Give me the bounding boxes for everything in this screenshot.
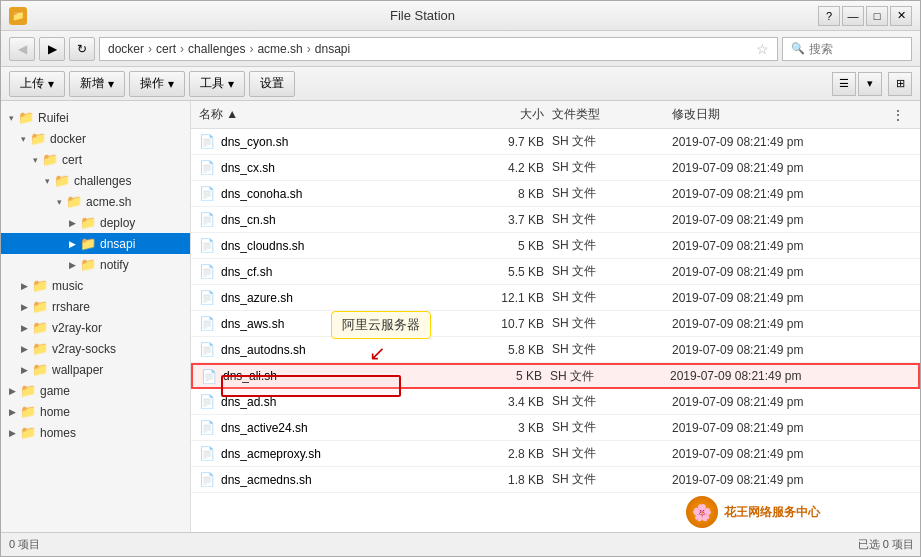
back-button[interactable]: ◀	[9, 37, 35, 61]
operate-button[interactable]: 操作 ▾	[129, 71, 185, 97]
file-type: SH 文件	[552, 341, 672, 358]
sidebar-label-notify: notify	[100, 258, 129, 272]
help-button[interactable]: ?	[818, 6, 840, 26]
sidebar-item-home[interactable]: ▶ 📁 home	[1, 401, 190, 422]
minimize-button[interactable]: —	[842, 6, 864, 26]
expand-icon: ▶	[9, 428, 16, 438]
address-part-cert: cert	[156, 42, 176, 56]
table-row[interactable]: 📄 dns_cn.sh 3.7 KB SH 文件 2019-07-09 08:2…	[191, 207, 920, 233]
settings-button[interactable]: 设置	[249, 71, 295, 97]
file-date: 2019-07-09 08:21:49 pm	[672, 161, 892, 175]
sidebar-label-deploy: deploy	[100, 216, 135, 230]
expand-icon: ▾	[57, 197, 62, 207]
table-row[interactable]: 📄 dns_acmedns.sh 1.8 KB SH 文件 2019-07-09…	[191, 467, 920, 493]
file-type: SH 文件	[552, 185, 672, 202]
sidebar-label-v2ray-kor: v2ray-kor	[52, 321, 102, 335]
forward-button[interactable]: ▶	[39, 37, 65, 61]
sidebar-item-cert[interactable]: ▾ 📁 cert	[1, 149, 190, 170]
sidebar-item-v2ray-socks[interactable]: ▶ 📁 v2ray-socks	[1, 338, 190, 359]
folder-icon: 📁	[32, 341, 48, 356]
table-row[interactable]: 📄 dns_cf.sh 5.5 KB SH 文件 2019-07-09 08:2…	[191, 259, 920, 285]
maximize-button[interactable]: □	[866, 6, 888, 26]
sidebar-label-homes: homes	[40, 426, 76, 440]
sidebar-item-music[interactable]: ▶ 📁 music	[1, 275, 190, 296]
search-box[interactable]: 🔍	[782, 37, 912, 61]
file-icon: 📄	[199, 212, 215, 227]
file-date: 2019-07-09 08:21:49 pm	[672, 291, 892, 305]
file-name: dns_autodns.sh	[221, 343, 306, 357]
sidebar-item-v2ray-kor[interactable]: ▶ 📁 v2ray-kor	[1, 317, 190, 338]
file-date: 2019-07-09 08:21:49 pm	[672, 213, 892, 227]
sidebar-item-acme[interactable]: ▾ 📁 acme.sh	[1, 191, 190, 212]
upload-button[interactable]: 上传 ▾	[9, 71, 65, 97]
table-row[interactable]: 📄 dns_autodns.sh 5.8 KB SH 文件 2019-07-09…	[191, 337, 920, 363]
detail-view-button[interactable]: ⊞	[888, 72, 912, 96]
sidebar-item-dnsapi[interactable]: ▶ 📁 dnsapi	[1, 233, 190, 254]
list-view-button[interactable]: ☰	[832, 72, 856, 96]
table-row[interactable]: 📄 dns_aws.sh 10.7 KB SH 文件 2019-07-09 08…	[191, 311, 920, 337]
view-toggle: ☰ ▾ ⊞	[832, 72, 912, 96]
file-size: 9.7 KB	[452, 135, 552, 149]
file-name: dns_cn.sh	[221, 213, 276, 227]
table-row[interactable]: 📄 dns_cloudns.sh 5 KB SH 文件 2019-07-09 0…	[191, 233, 920, 259]
file-icon: 📄	[199, 394, 215, 409]
file-name: dns_cx.sh	[221, 161, 275, 175]
file-name-cell: 📄 dns_cloudns.sh	[199, 238, 452, 253]
header-name[interactable]: 名称 ▲	[199, 106, 452, 123]
header-more[interactable]: ⋮	[892, 108, 912, 122]
file-icon: 📄	[199, 290, 215, 305]
sidebar-item-notify[interactable]: ▶ 📁 notify	[1, 254, 190, 275]
status-total: 已选 0 项目	[858, 537, 914, 552]
sidebar-item-homes[interactable]: ▶ 📁 homes	[1, 422, 190, 443]
expand-icon: ▶	[69, 218, 76, 228]
header-date[interactable]: 修改日期	[672, 106, 892, 123]
file-icon: 📄	[199, 264, 215, 279]
file-name-cell: 📄 dns_cf.sh	[199, 264, 452, 279]
tools-button[interactable]: 工具 ▾	[189, 71, 245, 97]
sidebar-label-music: music	[52, 279, 83, 293]
table-row[interactable]: 📄 dns_active24.sh 3 KB SH 文件 2019-07-09 …	[191, 415, 920, 441]
folder-icon: 📁	[18, 110, 34, 125]
file-name-cell: 📄 dns_azure.sh	[199, 290, 452, 305]
sidebar-item-rrshare[interactable]: ▶ 📁 rrshare	[1, 296, 190, 317]
view-options-button[interactable]: ▾	[858, 72, 882, 96]
sidebar-item-ruifei[interactable]: ▾ 📁 Ruifei	[1, 107, 190, 128]
close-button[interactable]: ✕	[890, 6, 912, 26]
nav-toolbar: ◀ ▶ ↻ docker › cert › challenges › acme.…	[1, 31, 920, 67]
file-name-cell: 📄 dns_cn.sh	[199, 212, 452, 227]
header-size[interactable]: 大小	[452, 106, 552, 123]
sidebar-item-docker[interactable]: ▾ 📁 docker	[1, 128, 190, 149]
refresh-button[interactable]: ↻	[69, 37, 95, 61]
table-row[interactable]: 📄 dns_azure.sh 12.1 KB SH 文件 2019-07-09 …	[191, 285, 920, 311]
expand-icon: ▶	[21, 302, 28, 312]
file-list-container: 名称 ▲ 大小 文件类型 修改日期 ⋮ 📄 dns_cyon.sh 9.7 KB…	[191, 101, 920, 534]
new-button[interactable]: 新增 ▾	[69, 71, 125, 97]
expand-icon: ▶	[9, 386, 16, 396]
file-size: 5.5 KB	[452, 265, 552, 279]
expand-icon: ▾	[45, 176, 50, 186]
file-icon: 📄	[199, 420, 215, 435]
table-row[interactable]: 📄 dns_cx.sh 4.2 KB SH 文件 2019-07-09 08:2…	[191, 155, 920, 181]
search-input[interactable]	[809, 42, 899, 56]
sidebar-item-deploy[interactable]: ▶ 📁 deploy	[1, 212, 190, 233]
file-name-cell: 📄 dns_cyon.sh	[199, 134, 452, 149]
table-row[interactable]: 📄 dns_acmeproxy.sh 2.8 KB SH 文件 2019-07-…	[191, 441, 920, 467]
table-row[interactable]: 📄 dns_cyon.sh 9.7 KB SH 文件 2019-07-09 08…	[191, 129, 920, 155]
bookmark-star[interactable]: ☆	[756, 41, 769, 57]
folder-icon: 📁	[20, 404, 36, 419]
table-row[interactable]: 📄 dns_conoha.sh 8 KB SH 文件 2019-07-09 08…	[191, 181, 920, 207]
watermark: 🌸 花王网络服务中心	[686, 496, 820, 528]
tools-label: 工具	[200, 75, 224, 92]
folder-icon: 📁	[80, 257, 96, 272]
watermark-text: 花王网络服务中心	[724, 504, 820, 521]
file-date: 2019-07-09 08:21:49 pm	[672, 135, 892, 149]
file-name-cell: 📄 dns_acmeproxy.sh	[199, 446, 452, 461]
sidebar-item-wallpaper[interactable]: ▶ 📁 wallpaper	[1, 359, 190, 380]
file-date: 2019-07-09 08:21:49 pm	[672, 317, 892, 331]
file-rows: 📄 dns_cyon.sh 9.7 KB SH 文件 2019-07-09 08…	[191, 129, 920, 493]
sidebar-item-game[interactable]: ▶ 📁 game	[1, 380, 190, 401]
sidebar-item-challenges[interactable]: ▾ 📁 challenges	[1, 170, 190, 191]
address-bar[interactable]: docker › cert › challenges › acme.sh › d…	[99, 37, 778, 61]
header-type[interactable]: 文件类型	[552, 106, 672, 123]
expand-icon: ▶	[69, 239, 76, 249]
